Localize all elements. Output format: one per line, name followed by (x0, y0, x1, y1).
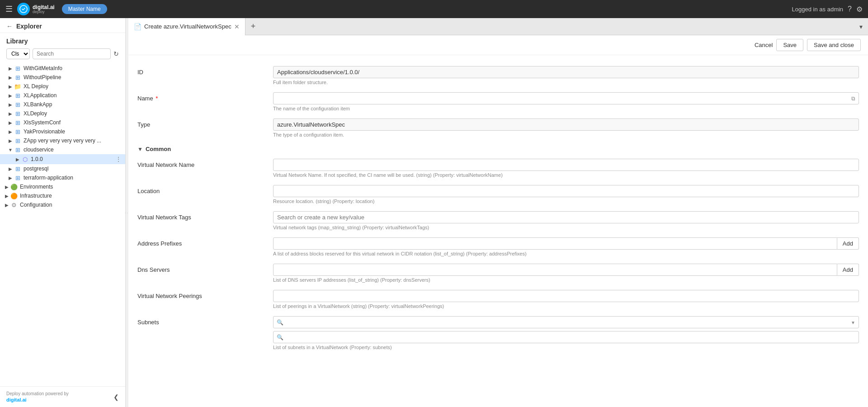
virtual-network-peerings-input[interactable] (273, 290, 859, 302)
virtual-network-tags-hint: Virtual network tags (map_string_string)… (273, 225, 859, 230)
subnets-search2-input[interactable] (273, 331, 859, 343)
dns-servers-input-group: Add (273, 264, 859, 276)
content-area: 📄 Create azure.VirtualNetworkSpec ✕ + ▾ … (128, 18, 868, 407)
infra-icon: 🟠 (10, 193, 18, 199)
subnets-dropdown-input[interactable] (273, 316, 859, 328)
virtual-network-peerings-label: Virtual Network Peerings (137, 290, 264, 299)
search-input[interactable] (33, 48, 111, 59)
tree-item-withoutpipeline[interactable]: ▶ ⊞ WithoutPipeline (0, 73, 125, 82)
type-input (273, 118, 859, 131)
collapse-sidebar-button[interactable]: ❮ (113, 393, 119, 401)
powered-brand: digital.ai (6, 397, 69, 402)
tab-add-button[interactable]: + (245, 22, 261, 31)
settings-icon[interactable]: ⚙ (856, 5, 863, 14)
form-row-location: Location Resource location. (string) (Pr… (128, 181, 868, 208)
tree-label: XL Deploy (24, 83, 122, 90)
tree-item-xlbankapp[interactable]: ▶ ⊞ XLBankApp (0, 100, 125, 109)
tree-item-xlsystemconf[interactable]: ▶ ⊞ XlsSystemConf (0, 118, 125, 127)
common-section-header[interactable]: ▼ Common (128, 141, 868, 155)
tree-item-1-0-0[interactable]: ▶ ⬡ 1.0.0 ⋮ (0, 154, 125, 164)
tree-toggle: ▶ (7, 175, 14, 181)
sidebar-header: ← Explorer (0, 18, 125, 33)
folder-icon: 📁 (14, 83, 22, 90)
cancel-button[interactable]: Cancel (755, 42, 773, 48)
tree-toggle: ▶ (7, 92, 14, 99)
grid-icon: ⊞ (14, 110, 22, 117)
address-prefixes-add-button[interactable]: Add (837, 237, 859, 250)
tree-label: XLDeploy (24, 110, 122, 117)
tree-item-postgresql[interactable]: ▶ ⊞ postgresql (0, 164, 125, 173)
tree-item-xldeploy[interactable]: ▶ ⊞ XLDeploy (0, 109, 125, 118)
tree-toggle: ▼ (7, 147, 14, 153)
tree-item-withgitmetainfo[interactable]: ▶ ⊞ WithGitMetaInfo (0, 64, 125, 73)
sidebar-title: Explorer (16, 23, 42, 30)
tree-label: WithGitMetaInfo (24, 65, 122, 71)
save-and-close-button[interactable]: Save and close (807, 39, 861, 51)
tree-item-xlapplication[interactable]: ▶ ⊞ XLApplication (0, 91, 125, 100)
form-row-virtual-network-tags: Virtual Network Tags Virtual network tag… (128, 208, 868, 234)
virtual-network-tags-field: Virtual network tags (map_string_string)… (273, 211, 859, 230)
help-icon[interactable]: ? (848, 5, 852, 13)
master-name-button[interactable]: Master Name (62, 4, 107, 14)
virtual-network-tags-input[interactable] (273, 211, 859, 223)
tree-label: XLApplication (24, 92, 122, 99)
logo: digital.ai deploy (17, 3, 55, 15)
back-button[interactable]: ← (6, 23, 13, 30)
tree-label: terraform-application (24, 175, 122, 181)
type-select[interactable]: Cls (6, 48, 30, 59)
name-label: Name * (137, 92, 264, 102)
tree-item-environments[interactable]: ▶ 🟢 Environments (0, 182, 125, 191)
tree: ▶ ⊞ WithGitMetaInfo ▶ ⊞ WithoutPipeline … (0, 62, 125, 386)
virtual-network-name-label: Virtual Network Name (137, 159, 264, 168)
sidebar: ← Explorer Library Cls ↻ ▶ ⊞ WithGitMeta… (0, 18, 126, 407)
tree-item-zapp[interactable]: ▶ ⊞ ZApp very very very very very ... (0, 136, 125, 145)
form-toolbar: Cancel Save Save and close (128, 35, 868, 55)
location-field: Resource location. (string) (Property: l… (273, 185, 859, 204)
form-row-subnets: Subnets 🔍 ▼ 🔍 List of sub (128, 312, 868, 354)
tab-close-button[interactable]: ✕ (234, 23, 240, 30)
tree-toggle: ▶ (7, 65, 14, 71)
address-prefixes-input[interactable] (273, 237, 837, 250)
logo-circle (17, 3, 30, 15)
tab-expand-button[interactable]: ▾ (854, 23, 868, 30)
tree-label: WithoutPipeline (24, 74, 122, 80)
form-content: ID Full item folder structure. Name * (128, 55, 868, 361)
tree-label: postgresql (24, 166, 122, 172)
location-input[interactable] (273, 185, 859, 197)
tree-toggle: ▶ (4, 202, 10, 208)
dns-servers-field: Add List of DNS servers IP addresses (li… (273, 264, 859, 283)
tree-item-infrastructure[interactable]: ▶ 🟠 Infrastructure (0, 191, 125, 200)
tree-item-configuration[interactable]: ▶ ⚙ Configuration (0, 200, 125, 209)
hamburger-icon[interactable]: ☰ (5, 4, 13, 14)
subnets-dropdown-arrow[interactable]: ▼ (851, 320, 855, 325)
dns-servers-add-button[interactable]: Add (837, 264, 859, 276)
tree-item-yakprovisionable[interactable]: ▶ ⊞ YakProvisionable (0, 127, 125, 136)
tree-item-cloudservice[interactable]: ▼ ⊞ cloudservice (0, 145, 125, 154)
tree-toggle: ▶ (7, 110, 14, 117)
tab-label: Create azure.VirtualNetworkSpec (144, 23, 231, 30)
grid-icon: ⊞ (14, 137, 22, 144)
current-tab[interactable]: 📄 Create azure.VirtualNetworkSpec ✕ (128, 18, 245, 35)
tree-toggle: ▶ (7, 83, 14, 90)
refresh-icon[interactable]: ↻ (113, 50, 119, 57)
form-row-virtual-network-name: Virtual Network Name Virtual Network Nam… (128, 155, 868, 181)
type-field: The type of a configuration item. (273, 118, 859, 137)
virtual-network-name-field: Virtual Network Name. If not specified, … (273, 159, 859, 178)
tree-item-terraform[interactable]: ▶ ⊞ terraform-application (0, 173, 125, 182)
virtual-network-name-input[interactable] (273, 159, 859, 171)
dns-servers-input[interactable] (273, 264, 837, 276)
library-controls: Cls ↻ (6, 48, 119, 59)
tree-label: YakProvisionable (24, 128, 122, 135)
name-input[interactable] (273, 92, 859, 104)
form-row-name: Name * ⧉ The name of the configuration i… (128, 89, 868, 115)
grid-icon: ⊞ (14, 92, 22, 99)
tree-item-xldeploy-folder[interactable]: ▶ 📁 XL Deploy (0, 82, 125, 91)
item-actions-button[interactable]: ⋮ (115, 156, 122, 163)
id-input[interactable] (273, 66, 859, 78)
save-button[interactable]: Save (776, 39, 803, 51)
form-row-virtual-network-peerings: Virtual Network Peerings List of peering… (128, 286, 868, 312)
grid-icon: ⊞ (14, 166, 22, 172)
copy-icon[interactable]: ⧉ (851, 95, 855, 102)
common-section-label: Common (146, 146, 171, 152)
sidebar-footer: Deploy automation powered by digital.ai … (0, 386, 125, 407)
